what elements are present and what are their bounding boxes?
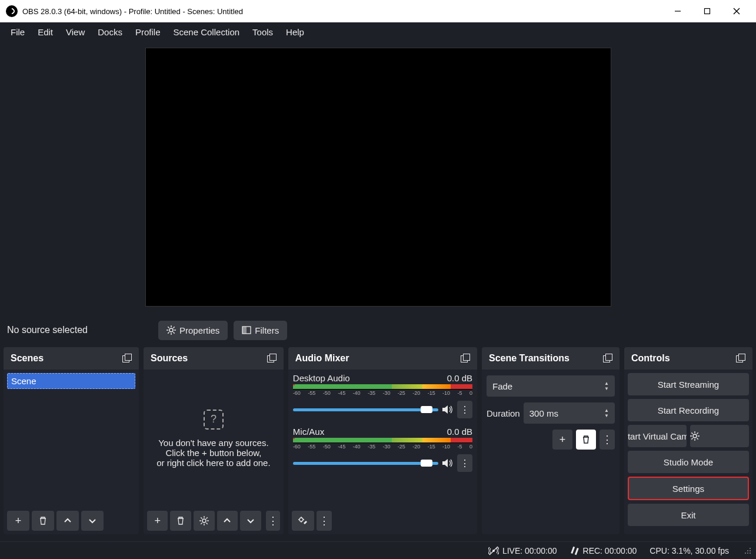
resize-grip-icon[interactable] [744, 547, 751, 554]
svg-point-24 [299, 518, 303, 521]
duration-label: Duration [487, 408, 520, 418]
svg-line-9 [168, 327, 169, 328]
svg-line-21 [206, 523, 207, 524]
remove-source-button[interactable] [170, 511, 191, 531]
scene-down-button[interactable] [81, 511, 104, 531]
add-transition-button[interactable]: + [552, 430, 572, 450]
speaker-icon[interactable] [442, 458, 454, 468]
volume-slider-mic[interactable] [293, 462, 438, 465]
svg-rect-1 [705, 9, 710, 14]
gear-wrench-icon [298, 516, 308, 525]
svg-line-36 [697, 432, 698, 434]
svg-line-20 [201, 517, 202, 518]
menu-scene-collection[interactable]: Scene Collection [169, 26, 245, 38]
add-scene-button[interactable]: + [7, 511, 29, 531]
menu-docks[interactable]: Docks [93, 26, 127, 38]
no-source-label: No source selected [7, 325, 88, 335]
mixer-advanced-button[interactable] [292, 511, 314, 531]
trash-icon [176, 516, 185, 525]
meter-ticks: -60-55-50-45-40-35-30-25-20-15-10-50 [293, 390, 472, 396]
scenes-dock: Scenes Scene + [4, 347, 139, 534]
menu-profile[interactable]: Profile [131, 26, 165, 38]
transition-select[interactable]: Fade ▲▼ [487, 375, 615, 397]
minimize-button[interactable] [664, 2, 691, 21]
transitions-dock: Scene Transitions Fade ▲▼ Duration 300 m… [482, 347, 620, 534]
add-source-button[interactable]: + [147, 511, 168, 531]
popout-icon[interactable] [122, 354, 132, 362]
source-more-button[interactable]: ⋮ [266, 511, 280, 531]
transition-menu-button[interactable]: ⋮ [600, 430, 615, 450]
remove-transition-button[interactable] [576, 430, 596, 450]
popout-icon[interactable] [736, 354, 745, 362]
studio-mode-button[interactable]: Studio Mode [628, 451, 749, 473]
svg-line-37 [691, 438, 692, 440]
mixer-title: Audio Mixer [295, 353, 349, 364]
preview-canvas[interactable] [145, 48, 611, 307]
channel-menu-mic[interactable]: ⋮ [457, 454, 472, 472]
source-settings-button[interactable] [194, 511, 215, 531]
source-up-button[interactable] [217, 511, 238, 531]
popout-icon[interactable] [461, 354, 470, 362]
start-recording-button[interactable]: Start Recording [628, 399, 749, 421]
popout-icon[interactable] [267, 354, 277, 362]
menu-tools[interactable]: Tools [248, 26, 278, 38]
menu-file[interactable]: File [6, 26, 29, 38]
volume-slider-desktop[interactable] [293, 408, 438, 411]
gear-icon [690, 431, 700, 441]
svg-rect-41 [574, 548, 578, 555]
window-titlebar: OBS 28.0.3 (64-bit, windows) - Profile: … [0, 0, 756, 22]
mixer-channel-desktop: Desktop Audio 0.0 dB -60-55-50-45-40-35-… [289, 372, 476, 425]
statusbar: LIVE: 00:00:00 REC: 00:00:00 CPU: 3.1%, … [0, 541, 756, 559]
maximize-button[interactable] [694, 2, 721, 21]
chevron-down-icon [247, 517, 255, 525]
obs-logo-icon [6, 5, 18, 17]
trash-icon [581, 435, 591, 444]
live-status: LIVE: 00:00:00 [502, 546, 557, 555]
controls-title: Controls [631, 353, 670, 364]
filters-button[interactable]: Filters [234, 321, 287, 340]
window-title: OBS 28.0.3 (64-bit, windows) - Profile: … [22, 7, 243, 16]
svg-line-39 [489, 547, 498, 555]
start-virtual-camera-button[interactable]: tart Virtual Camera [628, 425, 687, 447]
menu-help[interactable]: Help [281, 26, 309, 38]
close-button[interactable] [723, 2, 750, 21]
scene-up-button[interactable] [56, 511, 79, 531]
cpu-status: CPU: 3.1%, 30.00 fps [650, 546, 729, 555]
popout-icon[interactable] [603, 354, 612, 362]
scene-item[interactable]: Scene [7, 373, 135, 389]
svg-point-45 [745, 553, 746, 554]
exit-button[interactable]: Exit [628, 504, 749, 526]
pause-icon [570, 546, 580, 555]
svg-point-44 [750, 550, 751, 551]
source-down-button[interactable] [240, 511, 261, 531]
mixer-dock: Audio Mixer Desktop Audio 0.0 dB -60-55-… [288, 347, 477, 534]
trash-icon [38, 516, 48, 525]
controls-dock: Controls Start Streaming Start Recording… [624, 347, 752, 534]
virtual-camera-settings-button[interactable] [690, 425, 749, 447]
menu-edit[interactable]: Edit [33, 26, 58, 38]
svg-line-11 [173, 327, 174, 328]
duration-input[interactable]: 300 ms ▲▼ [524, 402, 615, 424]
settings-button[interactable]: Settings [628, 477, 749, 500]
svg-line-10 [173, 332, 174, 334]
remove-scene-button[interactable] [32, 511, 54, 531]
filters-icon [242, 325, 251, 335]
svg-point-4 [169, 328, 173, 332]
meter-ticks: -60-55-50-45-40-35-30-25-20-15-10-50 [293, 444, 472, 450]
speaker-icon[interactable] [442, 404, 454, 415]
svg-point-29 [693, 434, 697, 438]
start-streaming-button[interactable]: Start Streaming [628, 373, 749, 395]
mixer-menu-button[interactable]: ⋮ [317, 511, 332, 531]
gear-icon [199, 516, 209, 525]
menu-view[interactable]: View [61, 26, 89, 38]
svg-rect-14 [242, 327, 247, 334]
svg-line-12 [168, 332, 169, 334]
svg-line-23 [201, 523, 202, 524]
mixer-channel-mic: Mic/Aux 0.0 dB -60-55-50-45-40-35-30-25-… [289, 425, 476, 479]
sources-dock: Sources ? You don't have any sources. Cl… [144, 347, 284, 534]
svg-line-35 [697, 438, 698, 440]
sources-empty: ? You don't have any sources. Click the … [147, 373, 280, 504]
channel-menu-desktop[interactable]: ⋮ [457, 401, 472, 418]
properties-button[interactable]: Properties [158, 321, 228, 340]
chevron-up-icon [223, 517, 231, 525]
